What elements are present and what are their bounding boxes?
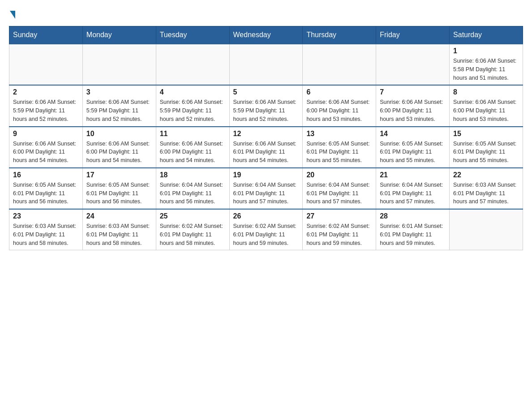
calendar-cell: 8Sunrise: 6:06 AM Sunset: 6:00 PM Daylig… — [450, 85, 523, 126]
day-info: Sunrise: 6:02 AM Sunset: 6:01 PM Dayligh… — [160, 222, 226, 247]
calendar-cell: 15Sunrise: 6:05 AM Sunset: 6:01 PM Dayli… — [450, 127, 523, 168]
week-row-1: 1Sunrise: 6:06 AM Sunset: 5:58 PM Daylig… — [9, 44, 523, 85]
calendar-cell: 12Sunrise: 6:06 AM Sunset: 6:01 PM Dayli… — [229, 127, 303, 168]
day-info: Sunrise: 6:06 AM Sunset: 5:59 PM Dayligh… — [86, 98, 152, 123]
day-number: 10 — [86, 130, 152, 138]
calendar-cell: 23Sunrise: 6:03 AM Sunset: 6:01 PM Dayli… — [9, 209, 83, 250]
day-number: 17 — [86, 171, 152, 179]
day-info: Sunrise: 6:03 AM Sunset: 6:01 PM Dayligh… — [13, 222, 79, 247]
day-number: 1 — [453, 47, 519, 55]
calendar-cell: 26Sunrise: 6:02 AM Sunset: 6:01 PM Dayli… — [229, 209, 303, 250]
day-number: 4 — [160, 88, 226, 96]
day-info: Sunrise: 6:06 AM Sunset: 6:00 PM Dayligh… — [453, 98, 519, 123]
calendar-cell: 19Sunrise: 6:04 AM Sunset: 6:01 PM Dayli… — [229, 168, 303, 209]
day-info: Sunrise: 6:02 AM Sunset: 6:01 PM Dayligh… — [233, 222, 299, 247]
day-info: Sunrise: 6:04 AM Sunset: 6:01 PM Dayligh… — [233, 181, 299, 206]
calendar-cell: 4Sunrise: 6:06 AM Sunset: 5:59 PM Daylig… — [156, 85, 229, 126]
calendar-cell: 3Sunrise: 6:06 AM Sunset: 5:59 PM Daylig… — [82, 85, 156, 126]
day-header-monday: Monday — [82, 26, 156, 44]
calendar-cell: 1Sunrise: 6:06 AM Sunset: 5:58 PM Daylig… — [450, 44, 523, 85]
day-info: Sunrise: 6:02 AM Sunset: 6:01 PM Dayligh… — [306, 222, 372, 247]
day-info: Sunrise: 6:06 AM Sunset: 6:00 PM Dayligh… — [13, 140, 79, 165]
calendar-cell: 11Sunrise: 6:06 AM Sunset: 6:00 PM Dayli… — [156, 127, 229, 168]
day-number: 11 — [160, 130, 226, 138]
day-info: Sunrise: 6:06 AM Sunset: 6:00 PM Dayligh… — [380, 98, 446, 123]
day-number: 14 — [380, 130, 446, 138]
day-number: 12 — [233, 130, 299, 138]
calendar-cell — [82, 44, 156, 85]
calendar-cell: 9Sunrise: 6:06 AM Sunset: 6:00 PM Daylig… — [9, 127, 83, 168]
week-row-2: 2Sunrise: 6:06 AM Sunset: 5:59 PM Daylig… — [9, 85, 523, 126]
day-header-thursday: Thursday — [303, 26, 376, 44]
day-number: 9 — [13, 130, 79, 138]
day-info: Sunrise: 6:05 AM Sunset: 6:01 PM Dayligh… — [86, 181, 152, 206]
day-number: 19 — [233, 171, 299, 179]
day-info: Sunrise: 6:03 AM Sunset: 6:01 PM Dayligh… — [453, 181, 519, 206]
day-number: 16 — [13, 171, 79, 179]
calendar-cell — [376, 44, 450, 85]
calendar-cell: 14Sunrise: 6:05 AM Sunset: 6:01 PM Dayli… — [376, 127, 450, 168]
day-info: Sunrise: 6:06 AM Sunset: 5:59 PM Dayligh… — [233, 98, 299, 123]
calendar-cell — [156, 44, 229, 85]
day-number: 28 — [380, 212, 446, 220]
day-number: 6 — [306, 88, 372, 96]
day-number: 20 — [306, 171, 372, 179]
calendar-cell — [9, 44, 83, 85]
calendar-cell: 25Sunrise: 6:02 AM Sunset: 6:01 PM Dayli… — [156, 209, 229, 250]
calendar-cell: 13Sunrise: 6:05 AM Sunset: 6:01 PM Dayli… — [303, 127, 376, 168]
day-info: Sunrise: 6:06 AM Sunset: 5:59 PM Dayligh… — [13, 98, 79, 123]
calendar-cell: 22Sunrise: 6:03 AM Sunset: 6:01 PM Dayli… — [450, 168, 523, 209]
day-number: 23 — [13, 212, 79, 220]
day-number: 25 — [160, 212, 226, 220]
day-info: Sunrise: 6:04 AM Sunset: 6:01 PM Dayligh… — [380, 181, 446, 206]
calendar-cell: 20Sunrise: 6:04 AM Sunset: 6:01 PM Dayli… — [303, 168, 376, 209]
day-info: Sunrise: 6:06 AM Sunset: 6:01 PM Dayligh… — [233, 140, 299, 165]
day-number: 2 — [13, 88, 79, 96]
day-number: 22 — [453, 171, 519, 179]
calendar-cell: 17Sunrise: 6:05 AM Sunset: 6:01 PM Dayli… — [82, 168, 156, 209]
day-number: 15 — [453, 130, 519, 138]
day-header-wednesday: Wednesday — [229, 26, 303, 44]
day-info: Sunrise: 6:06 AM Sunset: 6:00 PM Dayligh… — [86, 140, 152, 165]
calendar-cell: 2Sunrise: 6:06 AM Sunset: 5:59 PM Daylig… — [9, 85, 83, 126]
calendar-cell — [450, 209, 523, 250]
calendar-cell — [303, 44, 376, 85]
day-number: 18 — [160, 171, 226, 179]
calendar-cell: 28Sunrise: 6:01 AM Sunset: 6:01 PM Dayli… — [376, 209, 450, 250]
day-info: Sunrise: 6:01 AM Sunset: 6:01 PM Dayligh… — [380, 222, 446, 247]
day-info: Sunrise: 6:06 AM Sunset: 6:00 PM Dayligh… — [160, 140, 226, 165]
calendar-cell: 7Sunrise: 6:06 AM Sunset: 6:00 PM Daylig… — [376, 85, 450, 126]
day-number: 24 — [86, 212, 152, 220]
day-info: Sunrise: 6:05 AM Sunset: 6:01 PM Dayligh… — [453, 140, 519, 165]
calendar-cell: 5Sunrise: 6:06 AM Sunset: 5:59 PM Daylig… — [229, 85, 303, 126]
calendar-cell — [229, 44, 303, 85]
calendar-header-row: SundayMondayTuesdayWednesdayThursdayFrid… — [9, 26, 523, 44]
day-header-sunday: Sunday — [9, 26, 83, 44]
day-number: 3 — [86, 88, 152, 96]
day-header-saturday: Saturday — [450, 26, 523, 44]
calendar-cell: 16Sunrise: 6:05 AM Sunset: 6:01 PM Dayli… — [9, 168, 83, 209]
day-info: Sunrise: 6:06 AM Sunset: 5:59 PM Dayligh… — [160, 98, 226, 123]
logo-arrow-icon — [10, 11, 15, 19]
day-info: Sunrise: 6:05 AM Sunset: 6:01 PM Dayligh… — [380, 140, 446, 165]
week-row-3: 9Sunrise: 6:06 AM Sunset: 6:00 PM Daylig… — [9, 127, 523, 168]
day-number: 27 — [306, 212, 372, 220]
week-row-4: 16Sunrise: 6:05 AM Sunset: 6:01 PM Dayli… — [9, 168, 523, 209]
day-header-friday: Friday — [376, 26, 450, 44]
calendar-cell: 10Sunrise: 6:06 AM Sunset: 6:00 PM Dayli… — [82, 127, 156, 168]
day-info: Sunrise: 6:04 AM Sunset: 6:01 PM Dayligh… — [306, 181, 372, 206]
calendar-cell: 18Sunrise: 6:04 AM Sunset: 6:01 PM Dayli… — [156, 168, 229, 209]
calendar-cell: 27Sunrise: 6:02 AM Sunset: 6:01 PM Dayli… — [303, 209, 376, 250]
day-info: Sunrise: 6:06 AM Sunset: 6:00 PM Dayligh… — [306, 98, 372, 123]
calendar-table: SundayMondayTuesdayWednesdayThursdayFrid… — [9, 26, 523, 250]
page-header — [9, 9, 523, 19]
day-number: 7 — [380, 88, 446, 96]
day-info: Sunrise: 6:06 AM Sunset: 5:58 PM Dayligh… — [453, 57, 519, 82]
calendar-cell: 24Sunrise: 6:03 AM Sunset: 6:01 PM Dayli… — [82, 209, 156, 250]
day-number: 21 — [380, 171, 446, 179]
day-header-tuesday: Tuesday — [156, 26, 229, 44]
day-number: 8 — [453, 88, 519, 96]
logo — [9, 9, 15, 19]
day-number: 13 — [306, 130, 372, 138]
calendar-cell: 21Sunrise: 6:04 AM Sunset: 6:01 PM Dayli… — [376, 168, 450, 209]
